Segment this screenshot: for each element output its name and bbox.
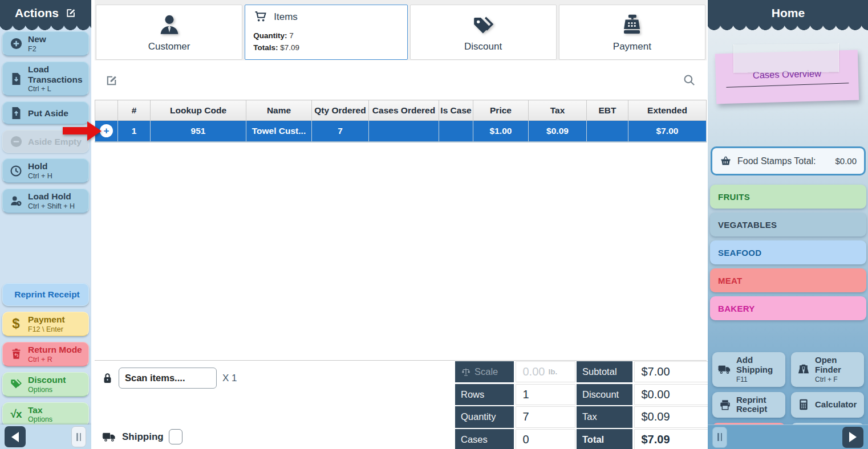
tape-decoration [733,43,839,72]
load-hold-shortcut: Ctrl + Shift + H [28,202,75,210]
shopping-cart-icon [253,10,268,24]
cash-register-icon [619,12,644,37]
expand-right-panel-button[interactable] [842,427,863,448]
category-bakery[interactable]: BAKERY [710,296,866,320]
open-finder-button[interactable]: Open Finder Ctrl + F [791,352,864,387]
table-empty-area [95,142,707,361]
search-icon[interactable] [683,74,696,87]
new-label: New [28,34,46,44]
tab-discount[interactable]: Discount [410,5,557,60]
rows-label: Rows [455,384,514,405]
items-quantity-line: Quantity: 7 [253,30,399,42]
tab-items[interactable]: Items Quantity: 7 Totals: $7.09 [245,5,407,60]
return-mode-label: Return Mode [28,345,82,355]
discount-options-button[interactable]: Discount Options [2,372,89,397]
load-transactions-shortcut: Ctrl + L [28,85,85,93]
category-meat[interactable]: MEAT [710,268,866,292]
add-shipping-shortcut: F11 [736,375,781,383]
binoculars-icon [797,364,810,375]
home-header: Home [708,0,868,26]
tab-customer[interactable]: Customer [96,5,242,60]
col-cases-ordered[interactable]: Cases Ordered [369,100,439,121]
shipping-truck-icon [102,431,117,443]
col-price[interactable]: Price [473,100,529,121]
aside-empty-button[interactable]: Aside Empty [2,130,89,153]
subtotal-value: $7.00 [634,361,711,382]
tax-options-button[interactable]: √x Tax Options [2,402,89,427]
tax-options-shortcut: Options [28,415,52,423]
pos-app: Actions New F2 Load Transactions Ctrl + … [0,0,868,449]
load-hold-button[interactable]: Load Hold Ctrl + Shift + H [2,189,89,213]
cell-extended: $7.00 [628,121,707,142]
return-mode-button[interactable]: Return Mode Ctrl + R [2,342,89,366]
reprint-receipt-button[interactable]: Reprint Receipt [2,283,89,306]
table-row[interactable]: + 1 951 Towel Cust... 7 $1.00 $0.09 $7.0… [95,121,707,142]
hold-button[interactable]: Hold Ctrl + H [2,158,89,183]
col-num[interactable]: # [118,100,151,121]
payment-button[interactable]: $ Payment F12 \ Enter [2,312,89,336]
note-underline [726,83,849,88]
open-finder-shortcut: Ctrl + F [815,375,859,383]
shipping-truck-icon [718,364,732,375]
col-qty-ordered[interactable]: Qty Ordered [312,100,369,121]
minus-circle-icon [9,135,23,148]
calculator-button[interactable]: Calculator [791,392,864,418]
put-aside-button[interactable]: Put Aside [2,101,89,124]
tab-payment[interactable]: Payment [559,5,705,60]
reprint-receipt-home-button[interactable]: Reprint Receipt [712,392,785,418]
tab-items-label: Items [274,11,298,23]
actions-list: New F2 Load Transactions Ctrl + L Put As… [0,31,91,449]
tab-customer-label: Customer [148,41,190,52]
totals-grid: Scale 0.00lb. Subtotal $7.00 Rows 1 Disc… [455,361,707,449]
workflow-tabs: Customer Items Quantity: 7 Totals: $7.09… [95,0,707,60]
load-transactions-button[interactable]: Load Transactions Ctrl + L [2,62,89,96]
rows-value: 1 [516,384,575,405]
home-sidebar: Home Cases Overview Food Stamps Total: $… [708,0,868,449]
scan-items-input[interactable] [119,368,217,389]
col-expander [95,100,118,121]
category-vegatables[interactable]: VEGATABLES [710,213,866,236]
tab-discount-label: Discount [464,41,502,52]
category-fruits[interactable]: FRUITS [710,185,866,209]
edit-pencil-square-icon[interactable] [66,7,76,18]
col-extended[interactable]: Extended [628,100,707,121]
sidebar-spacer [2,219,89,283]
transaction-footer: X 1 Shipping Scale 0.00lb. Subtotal $ [95,360,707,449]
col-tax[interactable]: Tax [529,100,587,121]
row-expand-button[interactable]: + [100,124,113,137]
col-name[interactable]: Name [246,100,312,121]
hold-label: Hold [28,161,52,172]
plus-circle-icon [9,37,23,50]
cell-tax: $0.09 [529,121,587,142]
subtotal-label: Subtotal [577,361,632,382]
clock-icon [9,165,23,177]
right-panel-grip-handle[interactable] [712,427,727,448]
cases-overview-note[interactable]: Cases Overview [715,50,859,104]
main-content: Customer Items Quantity: 7 Totals: $7.09… [91,0,708,449]
actions-header: Actions [0,0,91,26]
table-header-row: # Lookup Code Name Qty Ordered Cases Ord… [95,100,707,121]
calculator-icon [797,399,810,410]
discount-total-value: $0.00 [634,384,711,405]
sticky-note-wrap: Cases Overview [716,45,861,101]
collapse-left-panel-button[interactable] [5,426,26,447]
col-ebt[interactable]: EBT [587,100,628,121]
shipping-checkbox[interactable] [169,429,182,444]
basket-icon [720,156,732,166]
food-stamps-card: Food Stamps Total: $0.00 [711,146,866,175]
scale-icon [461,368,471,377]
col-is-case[interactable]: Is Case [439,100,473,121]
new-button[interactable]: New F2 [2,31,89,56]
add-shipping-label: Add Shipping [736,356,781,375]
food-stamps-value: $0.00 [835,156,857,166]
tax-total-label: Tax [577,406,632,427]
left-panel-grip-handle[interactable] [71,426,86,447]
payment-shortcut: F12 \ Enter [28,325,65,333]
trash-return-icon [9,348,23,360]
category-seafood[interactable]: SEAFOOD [710,240,866,264]
triangle-left-icon [11,432,19,442]
add-shipping-button[interactable]: Add Shipping F11 [712,352,785,387]
edit-row-icon[interactable] [106,74,118,87]
quantity-label: Quantity [455,406,514,427]
col-lookup-code[interactable]: Lookup Code [151,100,246,121]
